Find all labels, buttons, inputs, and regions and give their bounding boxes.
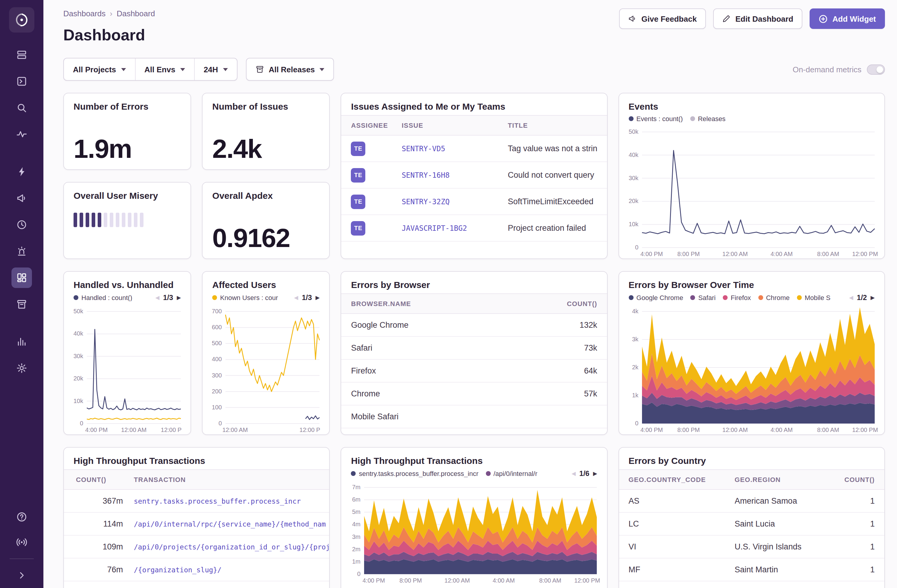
- ondemand-metrics-label: On-demand metrics: [793, 65, 862, 74]
- add-widget-button[interactable]: Add Widget: [810, 8, 885, 29]
- edit-dashboard-button[interactable]: Edit Dashboard: [713, 8, 802, 29]
- svg-text:300: 300: [212, 372, 222, 379]
- legend-dot: [212, 295, 217, 300]
- pager-next-icon[interactable]: ▶: [177, 295, 181, 301]
- svg-text:3k: 3k: [632, 336, 638, 342]
- country-region: Saint Martin: [735, 565, 837, 574]
- bar-chart-icon: [16, 336, 27, 347]
- issue-link[interactable]: SENTRY-16H8: [402, 171, 508, 179]
- legend-item[interactable]: Safari: [690, 294, 716, 301]
- browser-name: Safari: [351, 344, 543, 353]
- give-feedback-button[interactable]: Give Feedback: [619, 8, 706, 29]
- sidebar-item-broadcasts[interactable]: [11, 532, 32, 553]
- legend-dot: [758, 295, 763, 300]
- svg-text:3m: 3m: [352, 533, 361, 540]
- legend-label: Mobile S: [805, 294, 831, 301]
- sidebar-item-settings[interactable]: [11, 358, 32, 378]
- legend-item[interactable]: Handled : count(): [73, 294, 132, 301]
- sidebar-item-search[interactable]: [11, 98, 32, 118]
- legend-item[interactable]: Events : count(): [628, 115, 683, 122]
- sidebar-item-performance[interactable]: [11, 124, 32, 145]
- widget-overall-user-misery: Overall User Misery: [63, 182, 191, 259]
- transaction-link[interactable]: sentry.tasks.process_buffer.process_incr: [134, 497, 329, 505]
- pager-next-icon[interactable]: ▶: [871, 295, 875, 301]
- pager-prev-icon[interactable]: ◀: [294, 295, 298, 301]
- legend-item[interactable]: Releases: [690, 115, 726, 122]
- transaction-link[interactable]: /{organization_slug}/: [134, 565, 329, 574]
- pager-next-icon[interactable]: ▶: [315, 295, 320, 301]
- environments-filter-label: All Envs: [144, 65, 175, 74]
- date-range-filter[interactable]: 24H: [194, 58, 237, 80]
- country-count: 1: [837, 542, 875, 551]
- col-count: COUNT(): [543, 300, 597, 307]
- releases-filter-label: All Releases: [269, 65, 315, 74]
- ondemand-metrics-toggle[interactable]: [867, 64, 885, 75]
- sidebar-item-projects[interactable]: [11, 44, 32, 65]
- legend-item[interactable]: Chrome: [758, 294, 789, 301]
- table-row: 367m sentry.tasks.process_buffer.process…: [64, 490, 329, 513]
- table-row: 76m /{organization_slug}/: [64, 559, 329, 581]
- misery-bar: [104, 213, 107, 227]
- chevron-down-icon: [121, 68, 126, 71]
- browser-count: 57k: [543, 389, 597, 398]
- legend-item[interactable]: sentry.tasks.process_buffer.process_incr: [351, 470, 479, 477]
- svg-text:20k: 20k: [73, 375, 84, 382]
- country-region: U.S. Virgin Islands: [735, 542, 837, 551]
- pager-label: 1/3: [163, 293, 173, 302]
- big-number-value: 2.4k: [202, 136, 329, 169]
- sidebar-item-replays[interactable]: [11, 214, 32, 235]
- browser-name: Mobile Safari: [351, 412, 543, 421]
- legend-item[interactable]: Firefox: [723, 294, 751, 301]
- svg-text:1m: 1m: [352, 558, 361, 565]
- search-icon: [16, 102, 27, 113]
- svg-text:8:00 AM: 8:00 AM: [817, 426, 839, 433]
- breadcrumb: Dashboards › Dashboard: [63, 8, 155, 19]
- svg-text:400: 400: [212, 356, 222, 362]
- pager-prev-icon[interactable]: ◀: [849, 295, 853, 301]
- sidebar-item-dashboards[interactable]: [11, 267, 32, 288]
- sidebar-item-releases[interactable]: [11, 294, 32, 315]
- legend-item[interactable]: /api/0/internal/r: [485, 470, 537, 477]
- pager-prev-icon[interactable]: ◀: [571, 470, 576, 477]
- clock-rewind-icon: [16, 219, 27, 230]
- projects-filter[interactable]: All Projects: [64, 58, 135, 80]
- misery-bar: [86, 213, 89, 227]
- sidebar-item-alerts[interactable]: [11, 241, 32, 261]
- issue-link[interactable]: SENTRY-VD5: [402, 144, 508, 153]
- svg-text:4:00 AM: 4:00 AM: [770, 250, 792, 257]
- legend-item[interactable]: Mobile S: [797, 294, 831, 301]
- widget-title: Errors by Browser: [351, 279, 597, 290]
- svg-text:2k: 2k: [632, 364, 638, 371]
- widget-title: Handled vs. Unhandled: [73, 279, 181, 290]
- sidebar-item-stats[interactable]: [11, 331, 32, 352]
- issue-title: Could not convert query: [508, 171, 607, 180]
- legend-item[interactable]: Known Users : cour: [212, 294, 278, 301]
- country-count: 1: [837, 519, 875, 528]
- environments-filter[interactable]: All Envs: [135, 58, 194, 80]
- widget-errors-by-country: Errors by Country GEO.COUNTRY_CODE GEO.R…: [618, 447, 885, 588]
- sidebar-item-explore[interactable]: [11, 71, 32, 92]
- issue-link[interactable]: SENTRY-32ZQ: [402, 197, 508, 206]
- sidebar-bottom: [0, 507, 43, 588]
- sidebar-item-feedback[interactable]: [11, 188, 32, 208]
- issue-link[interactable]: JAVASCRIPT-1BG2: [402, 224, 508, 232]
- legend-label: Handled : count(): [81, 294, 132, 301]
- breadcrumb-dashboards-link[interactable]: Dashboards: [63, 8, 106, 19]
- svg-text:4:00 PM: 4:00 PM: [363, 577, 385, 584]
- pager-label: 1/3: [302, 293, 312, 302]
- svg-text:1k: 1k: [632, 392, 638, 399]
- country-region: Saint Lucia: [735, 519, 837, 528]
- transaction-link[interactable]: /api/0/projects/{organization_id_or_slug…: [134, 542, 329, 551]
- pager-next-icon[interactable]: ▶: [593, 470, 597, 477]
- legend-item[interactable]: Google Chrome: [628, 294, 683, 301]
- sentry-logo[interactable]: [9, 7, 34, 32]
- legend-dot: [628, 116, 633, 121]
- sidebar-item-issues[interactable]: [11, 162, 32, 182]
- sidebar-collapse-button[interactable]: [11, 565, 32, 586]
- transaction-link[interactable]: /api/0/internal/rpc/{service_name}/{meth…: [134, 519, 329, 528]
- sidebar-item-help[interactable]: [11, 507, 32, 527]
- archive-icon: [16, 299, 27, 310]
- country-code: AS: [628, 496, 735, 506]
- releases-filter[interactable]: All Releases: [246, 58, 334, 81]
- pager-prev-icon[interactable]: ◀: [155, 295, 159, 301]
